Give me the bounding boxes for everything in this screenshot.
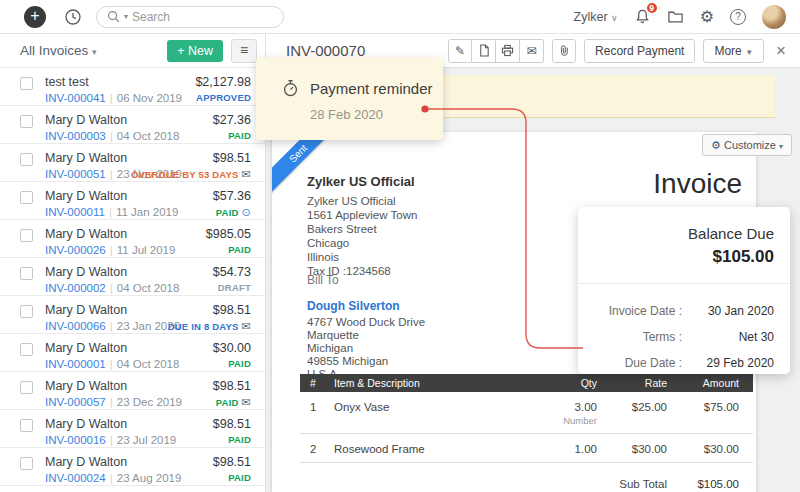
totals-section: Sub Total $105.00 Total $105.00 [300, 463, 753, 492]
terms-row: Terms : Net 30 [594, 324, 774, 350]
status-badge: DRAFT [213, 282, 251, 293]
invoice-list-row[interactable]: Mary D WaltonINV-000057|23 Dec 2019$98.5… [0, 372, 265, 410]
documents-folder-icon[interactable] [667, 8, 684, 25]
status-badge: APPROVED [195, 92, 251, 103]
invoice-list-row[interactable]: Mary D WaltonINV-000066|23 Jan 2020$98.5… [0, 296, 265, 334]
bill-to-block: Bill To Dough Silverton 4767 Wood Duck D… [307, 273, 425, 381]
viewed-icon: ⊙ [242, 206, 251, 218]
more-button[interactable]: More ▼ [703, 39, 764, 63]
row-checkbox[interactable] [20, 305, 33, 318]
items-table: # Item & Description Qty Rate Amount 1 O… [300, 374, 753, 492]
help-icon[interactable]: ? [730, 9, 746, 25]
invoice-number-link[interactable]: INV-000041 [45, 92, 106, 104]
invoice-amount: $57.36 [213, 189, 251, 203]
row-checkbox[interactable] [20, 191, 33, 204]
invoice-list-row[interactable]: Mary D WaltonINV-000016|23 Jul 2019$98.5… [0, 410, 265, 448]
row-checkbox[interactable] [20, 115, 33, 128]
invoice-list-row[interactable]: Mary D WaltonINV-000001|04 Oct 2018$30.0… [0, 334, 265, 372]
row-checkbox[interactable] [20, 419, 33, 432]
new-invoice-button[interactable]: + New [167, 40, 223, 62]
due-date-row: Due Date : 29 Feb 2020 [594, 350, 774, 376]
invoice-date: 06 Nov 2019 [117, 92, 182, 104]
search-scope-caret[interactable]: ▾ [124, 12, 128, 21]
status-badge: PAID [213, 130, 251, 141]
item-row: 2 Rosewood Frame 1.00 $30.00 $30.00 [300, 434, 753, 463]
invoice-number-link[interactable]: INV-000057 [45, 396, 106, 408]
invoice-amount: $2,127.98 [195, 75, 251, 89]
invoice-number-link[interactable]: INV-000011 [45, 206, 105, 218]
invoice-amount: $98.51 [168, 303, 251, 317]
mail-icon: ✉ [242, 168, 251, 180]
status-badge: PAID✉ [213, 396, 251, 409]
invoice-list-row[interactable]: Mary D WaltonINV-000026|11 Jul 2019$985.… [0, 220, 265, 258]
row-checkbox[interactable] [20, 343, 33, 356]
invoice-list-row[interactable]: Mary D WaltonINV-000011|11 Jan 2019$57.3… [0, 182, 265, 220]
close-icon[interactable]: × [776, 41, 786, 61]
invoice-list-row[interactable]: Mary D WaltonINV-000002|04 Oct 2018$54.7… [0, 258, 265, 296]
invoice-amount: $98.51 [213, 417, 251, 431]
row-checkbox[interactable] [20, 267, 33, 280]
topbar: + ▾ Zylker ∨ 9 ⚙ ? [0, 0, 800, 34]
user-avatar[interactable] [762, 5, 786, 29]
invoice-number-link[interactable]: INV-000051 [45, 168, 106, 180]
list-options-menu-icon[interactable]: ≡ [231, 39, 257, 63]
invoice-amount: $98.51 [213, 379, 251, 393]
invoice-date: 04 Oct 2018 [117, 130, 180, 142]
customer-link[interactable]: Dough Silverton [307, 299, 425, 313]
invoice-number-link[interactable]: INV-000002 [45, 282, 106, 294]
invoice-list-row[interactable]: Mary D WaltonINV-000051|23 Nov 2019$98.5… [0, 144, 265, 182]
invoice-list-row[interactable]: test testINV-000041|06 Nov 2019$2,127.98… [0, 68, 265, 106]
invoice-date: 04 Oct 2018 [117, 358, 180, 370]
invoice-date: 23 Dec 2019 [117, 396, 182, 408]
status-badge: PAID⊙ [213, 206, 251, 219]
invoice-date: 11 Jul 2019 [117, 244, 176, 256]
invoice-number-link[interactable]: INV-000026 [45, 244, 106, 256]
invoice-amount: $30.00 [213, 341, 251, 355]
invoice-list: test testINV-000041|06 Nov 2019$2,127.98… [0, 68, 265, 492]
customer-name: Mary D Walton [45, 303, 168, 317]
search-icon [107, 10, 120, 23]
invoice-number-link[interactable]: INV-000016 [45, 434, 106, 446]
email-icon[interactable]: ✉ [520, 39, 544, 63]
row-checkbox[interactable] [20, 77, 33, 90]
invoice-amount: $54.73 [213, 265, 251, 279]
invoice-amount: $98.51 [213, 455, 251, 469]
customer-name: Mary D Walton [45, 379, 182, 393]
row-checkbox[interactable] [20, 457, 33, 470]
global-search[interactable]: ▾ [96, 6, 284, 28]
customer-name: Mary D Walton [45, 113, 179, 127]
row-checkbox[interactable] [20, 229, 33, 242]
invoice-list-row[interactable]: Mary D WaltonINV-000003|04 Oct 2018$27.3… [0, 106, 265, 144]
invoice-number-link[interactable]: INV-000066 [45, 320, 106, 332]
row-checkbox[interactable] [20, 153, 33, 166]
org-switcher[interactable]: Zylker ∨ [574, 10, 618, 24]
customer-name: Mary D Walton [45, 227, 175, 241]
record-payment-button[interactable]: Record Payment [584, 39, 695, 63]
edit-pencil-icon[interactable]: ✎ [448, 39, 472, 63]
invoice-date-row: Invoice Date : 30 Jan 2020 [594, 298, 774, 324]
stopwatch-icon [282, 79, 299, 97]
status-badge: PAID [213, 472, 251, 483]
invoice-number-link[interactable]: INV-000003 [45, 130, 106, 142]
invoice-list-row[interactable]: Mary D WaltonINV-000024|23 Aug 2019$98.5… [0, 448, 265, 486]
invoice-date: 04 Oct 2018 [117, 282, 180, 294]
print-icon[interactable] [496, 39, 520, 63]
customize-button[interactable]: ⚙ Customize ▾ [702, 134, 792, 156]
invoice-number-link[interactable]: INV-000001 [45, 358, 106, 370]
invoice-list-panel: All Invoices ▾ + New ≡ test testINV-0000… [0, 34, 266, 492]
item-row: 1 Onyx Vase 3.00Number $25.00 $75.00 [300, 392, 753, 434]
balance-due-card: Balance Due $105.00 Invoice Date : 30 Ja… [578, 207, 790, 374]
invoice-number-link[interactable]: INV-000024 [45, 472, 106, 484]
quick-create-button[interactable]: + [24, 6, 46, 28]
row-checkbox[interactable] [20, 381, 33, 394]
org-address-block: Zylker US Official Zylker US Official 15… [307, 174, 417, 278]
notifications-bell-icon[interactable]: 9 [634, 8, 651, 25]
list-filter-dropdown[interactable]: All Invoices ▾ [20, 43, 97, 58]
recent-history-icon[interactable] [64, 8, 82, 26]
settings-gear-icon[interactable]: ⚙ [700, 7, 714, 26]
attachment-paperclip-icon[interactable] [552, 39, 576, 63]
pdf-icon[interactable] [472, 39, 496, 63]
payment-reminder-tooltip: Payment reminder 28 Feb 2020 [256, 57, 443, 140]
balance-due-label: Balance Due [594, 225, 774, 242]
search-input[interactable] [132, 10, 252, 24]
